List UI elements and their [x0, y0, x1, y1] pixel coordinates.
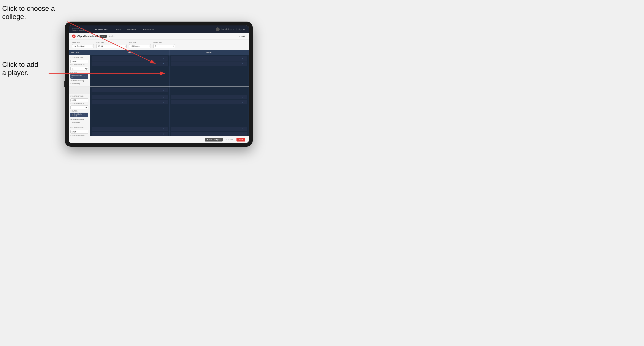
start-time-input-wrapper [96, 44, 126, 48]
starting-time-input-2[interactable] [70, 98, 88, 102]
course-badge-2[interactable]: 🏌 East Lake GC × ⋮ [70, 113, 88, 117]
edit-course-icon-2[interactable]: ⋮ [85, 114, 87, 116]
nav-tab-tournaments[interactable]: TOURNAMENTS [90, 25, 111, 33]
remove-t2-3-1[interactable]: × [242, 128, 243, 130]
back-button[interactable]: ‹ Back [240, 35, 245, 37]
tablet-screen: SCOREBOARD Powered by clippd TOURNAMENTS… [69, 25, 249, 143]
player-slot-1-2[interactable]: × ⋮ [92, 61, 168, 66]
add-player-icon[interactable]: × [162, 63, 164, 65]
edit-player-t2-icon-2[interactable]: ⋮ [244, 63, 246, 65]
nav-tab-rankings[interactable]: RANKINGS [140, 25, 156, 33]
remove-t2-2-2[interactable]: × [242, 101, 243, 104]
group-size-group: Group Size 3 [153, 41, 175, 48]
group-row-3: STARTING TIME: STARTING HOLE: × ⋮ × ⋮ [69, 125, 249, 136]
course-badge-1[interactable]: (A) Peachtree GC × ⋮ [70, 74, 88, 79]
group-actions-2: ⊖ Remove Group + Add Group [70, 118, 88, 123]
player-slot-t2-1-1[interactable]: × ⋮ [171, 56, 247, 61]
nav-tab-teams[interactable]: TEAMS [111, 25, 123, 33]
sign-out-link[interactable]: Sign out [238, 28, 245, 30]
starting-hole-select-2[interactable]: 1 [70, 106, 88, 109]
remove-t2-2-1[interactable]: × [242, 96, 243, 98]
tournament-title: Clippd Invitational [77, 35, 98, 37]
player-slot-course-1[interactable]: × ⋮ [92, 88, 168, 92]
team1-col-1: × ⋮ × ⋮ [90, 55, 170, 86]
annotation-top: Click to choose a college. [2, 4, 55, 21]
player-slot-3-1[interactable]: × ⋮ [92, 127, 168, 131]
remove-group-btn-2[interactable]: ⊖ Remove Group [70, 118, 88, 121]
nav-logo: SCOREBOARD Powered by clippd [72, 28, 86, 31]
edit-t2-3-2[interactable]: ⋮ [244, 133, 246, 135]
starting-hole-label-1: STARTING HOLE: [70, 64, 88, 66]
starting-hole-wrapper-1: 1 [70, 66, 88, 71]
edit-player-icon-2-2[interactable]: ⋮ [165, 101, 167, 104]
starting-time-wrapper-3 [70, 129, 88, 134]
remove-group-btn-1[interactable]: ⊖ Remove Group [70, 80, 88, 82]
player-slot-t2-1-2[interactable]: × ⋮ [171, 61, 247, 66]
intervals-group: Intervals 10 Minutes [129, 41, 151, 48]
group-actions-1: ⊖ Remove Group + Add Group [70, 80, 88, 85]
starting-time-input-3[interactable] [70, 130, 88, 134]
save-button[interactable]: Save [236, 138, 245, 142]
add-group-btn-2[interactable]: + Add Group [70, 121, 88, 123]
player-slot-t2-2-2[interactable]: × ⋮ [171, 100, 247, 104]
edit-player-icon-2-1[interactable]: ⋮ [165, 96, 167, 98]
remove-player-3-2[interactable]: × [162, 133, 164, 135]
edit-t2-2-1[interactable]: ⋮ [244, 96, 246, 98]
settings-row: Start Type 1st Tee Start Start Time Inte… [69, 39, 249, 50]
group-left-3: STARTING TIME: STARTING HOLE: [69, 125, 90, 136]
remove-course-player-icon[interactable]: × [162, 89, 164, 91]
starting-time-label-3: STARTING TIME: [70, 127, 88, 129]
reset-changes-button[interactable]: Reset Changes [205, 138, 223, 142]
edit-player-t2-icon[interactable]: ⋮ [244, 57, 246, 60]
starting-time-input-1[interactable] [70, 60, 88, 63]
group-row-2: STARTING TIME: STARTING HOLE: 1 COURSE: … [69, 94, 249, 125]
course-label-2: COURSE: [70, 110, 88, 112]
edit-player-3-1[interactable]: ⋮ [165, 128, 167, 130]
team1-col-2: × ⋮ × ⋮ [90, 94, 170, 125]
player-slot-2-2[interactable]: × ⋮ [92, 100, 168, 104]
nav-tab-committee[interactable]: COMMITTEE [123, 25, 140, 33]
player-slot-t2-3-2[interactable]: × ⋮ [171, 132, 247, 136]
course-label-1: COURSE: [70, 72, 88, 73]
edit-player-icon-2[interactable]: ⋮ [165, 63, 167, 65]
starting-time-label-1: STARTING TIME: [70, 57, 88, 58]
player-slot-1-1[interactable]: × ⋮ [92, 56, 168, 61]
remove-player-icon[interactable]: × [162, 57, 164, 60]
edit-player-3-2[interactable]: ⋮ [165, 133, 167, 135]
team1-col-3: × ⋮ × ⋮ [90, 125, 170, 136]
starting-time-label-2: STARTING TIME: [70, 95, 88, 97]
edit-t2-2-2[interactable]: ⋮ [244, 101, 246, 104]
remove-player-icon-2-2[interactable]: × [162, 101, 164, 104]
intervals-select[interactable]: 10 Minutes [129, 44, 151, 48]
remove-player-t2-icon-2[interactable]: × [242, 63, 243, 65]
remove-player-icon-2-1[interactable]: × [162, 96, 164, 98]
start-type-select-wrapper: 1st Tee Start [72, 44, 94, 48]
start-type-select[interactable]: 1st Tee Start [72, 44, 94, 48]
nav-user: blair@clippd.io | Sign out [216, 27, 245, 31]
player-slot-t2-3-1[interactable]: × ⋮ [171, 127, 247, 131]
starting-time-wrapper-1 [70, 59, 88, 63]
edit-player-icon[interactable]: ⋮ [165, 57, 167, 60]
player-slot-2-1[interactable]: × ⋮ [92, 95, 168, 99]
start-type-group: Start Type 1st Tee Start [72, 41, 94, 48]
remove-player-t2-icon[interactable]: × [242, 57, 243, 60]
team1-col-1b: × ⋮ [90, 87, 170, 94]
edit-course-icon-1[interactable]: ⋮ [85, 75, 87, 77]
starting-hole-select-1[interactable]: 1 [70, 67, 88, 71]
annotation-bottom: Click to add a player. [2, 60, 38, 77]
sub-header: C Clippd Invitational (Men) Hosting ‹ Ba… [69, 33, 249, 39]
edit-course-player-icon[interactable]: ⋮ [165, 89, 167, 91]
starting-hole-label-2: STARTING HOLE: [70, 103, 88, 104]
group-size-select[interactable]: 3 [153, 44, 175, 48]
cancel-button[interactable]: Cancel [224, 138, 235, 142]
edit-t2-3-1[interactable]: ⋮ [244, 128, 246, 130]
start-time-input[interactable] [96, 44, 126, 48]
remove-course-icon-2[interactable]: × [84, 114, 85, 116]
add-group-btn-1[interactable]: + Add Group [70, 82, 88, 85]
th-team1: Team 1 [90, 50, 170, 55]
player-slot-t2-2-1[interactable]: × ⋮ [171, 95, 247, 99]
player-slot-3-2[interactable]: × ⋮ [92, 132, 168, 136]
remove-player-3-1[interactable]: × [162, 128, 164, 130]
remove-t2-3-2[interactable]: × [242, 133, 243, 135]
remove-course-icon-1[interactable]: × [84, 75, 85, 77]
